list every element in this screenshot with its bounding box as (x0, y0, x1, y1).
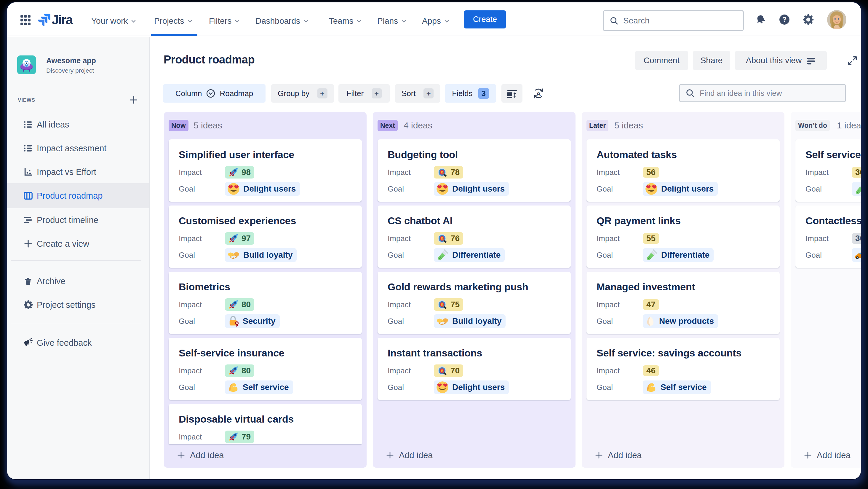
svg-text:A: A (536, 90, 540, 97)
